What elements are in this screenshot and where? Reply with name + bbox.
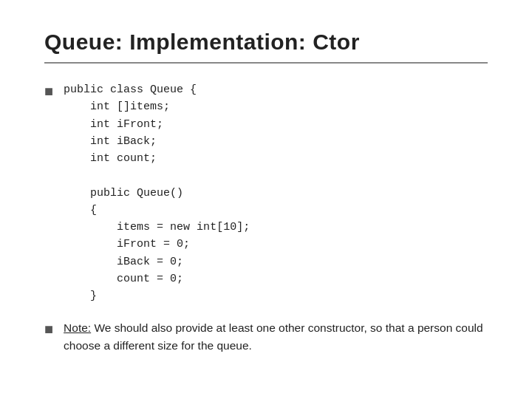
code-block: public class Queue { int []items; int iF… <box>64 81 250 304</box>
bullet-item-2: ■ Note: We should also provide at least … <box>44 319 488 354</box>
content-area: ■ public class Queue { int []items; int … <box>44 81 488 354</box>
note-body: We should also provide at least one othe… <box>64 321 483 351</box>
note-prefix: Note: <box>64 321 91 334</box>
slide: Queue: Implementation: Ctor ■ public cla… <box>0 0 532 399</box>
bullet-dot-2: ■ <box>44 321 53 338</box>
note-paragraph: Note: We should also provide at least on… <box>64 319 488 354</box>
slide-title: Queue: Implementation: Ctor <box>44 30 488 55</box>
bullet-dot-1: ■ <box>44 83 53 100</box>
title-area: Queue: Implementation: Ctor <box>44 30 488 64</box>
bullet-item-1: ■ public class Queue { int []items; int … <box>44 81 488 304</box>
